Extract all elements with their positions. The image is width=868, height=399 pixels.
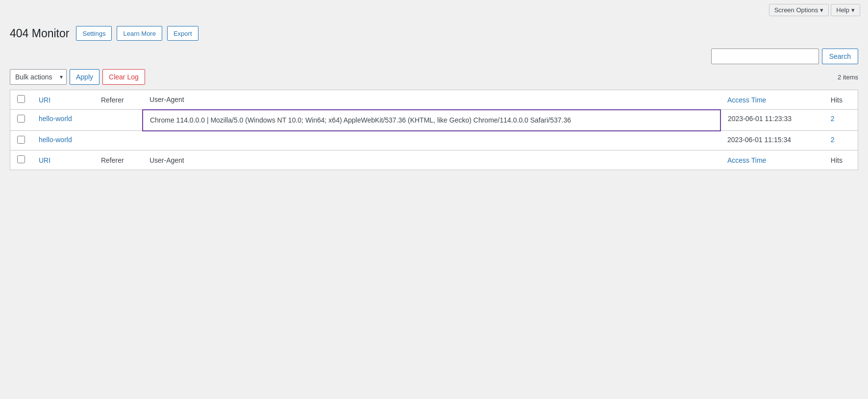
bulk-actions-select[interactable]: Bulk actions xyxy=(10,69,67,85)
row2-checkbox-cell xyxy=(10,131,32,150)
actions-bar: Bulk actions Apply Clear Log 2 items xyxy=(10,69,858,85)
bulk-actions-wrapper: Bulk actions xyxy=(10,69,67,85)
table-row: hello-world 2023-06-01 11:15:34 2 xyxy=(10,131,858,150)
footer-useragent: User-Agent xyxy=(143,150,720,170)
screen-options-button[interactable]: Screen Options ▾ xyxy=(769,4,829,16)
main-table: URI Referer User-Agent Access Time Hits … xyxy=(10,90,858,170)
header-referer: Referer xyxy=(94,90,143,110)
row2-useragent-cell xyxy=(143,131,720,150)
footer-hits: Hits xyxy=(824,150,858,170)
header-row: URI Referer User-Agent Access Time Hits xyxy=(10,90,858,110)
screen-options-label: Screen Options xyxy=(774,6,818,14)
footer-referer: Referer xyxy=(94,150,143,170)
row1-hits-cell: 2 xyxy=(824,110,858,131)
search-input[interactable] xyxy=(711,49,819,64)
table-container: URI Referer User-Agent Access Time Hits … xyxy=(10,90,858,170)
help-icon: ▾ xyxy=(851,6,855,14)
page-title: 404 Monitor xyxy=(10,27,69,40)
row1-accesstime-cell: 2023-06-01 11:23:33 xyxy=(720,110,824,131)
clear-log-button[interactable]: Clear Log xyxy=(102,69,145,85)
footer-uri[interactable]: URI xyxy=(32,150,94,170)
select-all-checkbox[interactable] xyxy=(17,95,25,103)
row2-uri-link[interactable]: hello-world xyxy=(39,136,72,144)
row2-hits-cell: 2 xyxy=(824,131,858,150)
header-useragent: User-Agent xyxy=(143,90,720,110)
top-bar: Screen Options ▾ Help ▾ xyxy=(0,0,868,18)
row1-hits-link[interactable]: 2 xyxy=(831,115,835,123)
row2-hits-link[interactable]: 2 xyxy=(831,136,835,144)
help-label: Help xyxy=(836,6,849,14)
table-body: hello-world Chrome 114.0.0.0 | Mozilla/5… xyxy=(10,110,858,150)
apply-button[interactable]: Apply xyxy=(70,69,99,85)
screen-options-icon: ▾ xyxy=(820,6,823,14)
row1-accesstime: 2023-06-01 11:23:33 xyxy=(728,115,792,123)
row1-useragent-cell: Chrome 114.0.0.0 | Mozilla/5.0 (Windows … xyxy=(143,110,720,131)
page-header: 404 Monitor Settings Learn More Export xyxy=(10,26,858,41)
header-hits: Hits xyxy=(824,90,858,110)
row1-useragent: Chrome 114.0.0.0 | Mozilla/5.0 (Windows … xyxy=(150,116,571,124)
table-footer: URI Referer User-Agent Access Time Hits xyxy=(10,150,858,170)
footer-accesstime[interactable]: Access Time xyxy=(720,150,824,170)
row1-referer-cell xyxy=(94,110,143,131)
footer-row: URI Referer User-Agent Access Time Hits xyxy=(10,150,858,170)
header-checkbox-col xyxy=(10,90,32,110)
footer-checkbox-col xyxy=(10,150,32,170)
items-count: 2 items xyxy=(838,74,858,81)
page-wrapper: 404 Monitor Settings Learn More Export S… xyxy=(0,18,868,399)
row1-checkbox-cell xyxy=(10,110,32,131)
footer-select-all-checkbox[interactable] xyxy=(17,155,25,163)
search-button[interactable]: Search xyxy=(822,49,858,64)
export-button[interactable]: Export xyxy=(167,26,198,41)
row1-uri-cell: hello-world xyxy=(32,110,94,131)
row2-checkbox[interactable] xyxy=(17,136,25,144)
row2-accesstime: 2023-06-01 11:15:34 xyxy=(727,136,791,144)
row2-referer-cell xyxy=(94,131,143,150)
row2-accesstime-cell: 2023-06-01 11:15:34 xyxy=(720,131,824,150)
table-header: URI Referer User-Agent Access Time Hits xyxy=(10,90,858,110)
learn-more-button[interactable]: Learn More xyxy=(117,26,162,41)
settings-button[interactable]: Settings xyxy=(76,26,112,41)
header-accesstime[interactable]: Access Time xyxy=(720,90,824,110)
actions-left: Bulk actions Apply Clear Log xyxy=(10,69,145,85)
row2-uri-cell: hello-world xyxy=(32,131,94,150)
table-row: hello-world Chrome 114.0.0.0 | Mozilla/5… xyxy=(10,110,858,131)
row1-checkbox[interactable] xyxy=(17,115,25,123)
help-button[interactable]: Help ▾ xyxy=(831,4,860,16)
header-uri[interactable]: URI xyxy=(32,90,94,110)
search-area: Search xyxy=(10,49,858,64)
row1-uri-link[interactable]: hello-world xyxy=(39,115,72,123)
